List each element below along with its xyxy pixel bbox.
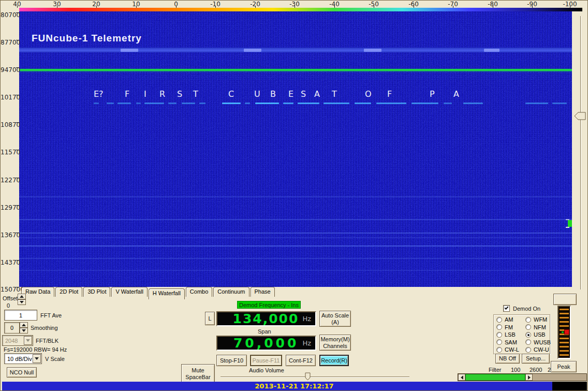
- mode-option-nfm[interactable]: NFM: [525, 324, 546, 330]
- demod-on-checkbox[interactable]: [503, 305, 510, 312]
- tab-v-waterfall[interactable]: V Waterfall: [111, 287, 147, 297]
- vertical-slider-thumb[interactable]: [574, 112, 586, 120]
- peak-button[interactable]: Peak: [551, 361, 577, 372]
- meter-tick: [560, 309, 569, 310]
- radio-icon[interactable]: [496, 317, 502, 323]
- radio-icon[interactable]: [525, 317, 531, 323]
- meter-tick: [560, 321, 569, 323]
- vscale-dropdown-icon[interactable]: [33, 354, 41, 363]
- smoothing-spinner[interactable]: [20, 322, 28, 334]
- fftblk-dropdown-icon[interactable]: [24, 336, 32, 345]
- meter-green-dot: [562, 331, 564, 333]
- lock-button[interactable]: L: [205, 312, 215, 325]
- time-axis-tick: [16, 178, 19, 178]
- stop-button[interactable]: Stop-F10: [216, 355, 247, 366]
- nb-off-button[interactable]: NB Off: [495, 354, 520, 364]
- audio-volume-thumb[interactable]: [305, 372, 311, 381]
- radio-icon[interactable]: [496, 332, 502, 338]
- morse-trace-segment: [355, 103, 371, 104]
- fftblk-combo[interactable]: 2048: [2, 335, 33, 346]
- mode-option-fm[interactable]: FM: [496, 324, 513, 330]
- audio-volume-track[interactable]: [220, 376, 409, 378]
- memory-line2: Channels: [323, 343, 347, 350]
- scrollbar-thumb[interactable]: [465, 374, 525, 381]
- smoothing-down-icon[interactable]: [20, 328, 28, 334]
- scroll-left-icon[interactable]: [458, 374, 465, 381]
- morse-trace-segment: [117, 103, 131, 104]
- time-axis-tick: [16, 12, 19, 13]
- radio-icon[interactable]: [496, 324, 502, 330]
- mute-button[interactable]: Mute SpaceBar: [181, 364, 215, 383]
- radio-icon[interactable]: [525, 324, 531, 330]
- vscale-combo[interactable]: 10 dB/Div: [4, 353, 42, 364]
- fftblk-label: FFT/BLK: [36, 338, 58, 344]
- signal-band-dash: [121, 49, 138, 52]
- demod-frequency-caption: Demod Frequency - Ins: [237, 301, 301, 309]
- cont-button[interactable]: Cont-F12: [286, 355, 316, 366]
- time-axis-tick: [16, 205, 19, 206]
- meter-red-indicator: [564, 329, 569, 335]
- mode-option-cw-u[interactable]: CW-U: [525, 346, 549, 353]
- memory-channels-button[interactable]: Memory(M) Channels: [319, 335, 351, 351]
- color-gradient-bar: [19, 8, 582, 11]
- offset-down-icon[interactable]: [18, 299, 26, 305]
- tab-continuum[interactable]: Continuum: [213, 287, 249, 297]
- mode-label: USB: [534, 331, 546, 338]
- smoothing-label: Smoothing: [31, 325, 58, 331]
- radio-icon[interactable]: [525, 339, 531, 345]
- mode-option-usb[interactable]: USB: [525, 331, 546, 338]
- offset-up-icon[interactable]: [18, 294, 26, 299]
- auto-scale-button[interactable]: Auto Scale (A): [319, 311, 351, 327]
- mute-line2: SpaceBar: [185, 374, 210, 381]
- record-button[interactable]: Record(R): [319, 355, 349, 366]
- filter-label: Filter: [489, 367, 501, 373]
- fft-ave-input[interactable]: 1: [4, 310, 37, 321]
- radio-icon[interactable]: [496, 347, 502, 353]
- offset-spinner[interactable]: [18, 294, 26, 305]
- demod-frequency-display[interactable]: 134,000 Hz: [216, 311, 316, 326]
- setup-button[interactable]: Setup...: [522, 354, 550, 364]
- morse-character: A: [314, 89, 320, 99]
- blank-button[interactable]: [553, 294, 577, 305]
- scroll-right-icon[interactable]: [525, 374, 533, 381]
- faint-signal-line: [19, 233, 572, 234]
- radio-icon[interactable]: [525, 347, 531, 353]
- mode-label: WFM: [534, 316, 547, 323]
- tab-3d-plot[interactable]: 3D Plot: [83, 287, 110, 297]
- tab-2d-plot[interactable]: 2D Plot: [55, 287, 82, 297]
- tab-raw-data[interactable]: Raw Data: [21, 287, 54, 297]
- radio-icon[interactable]: [496, 339, 502, 345]
- mode-option-wusb[interactable]: WUSB: [525, 339, 551, 345]
- signal-band-dash: [484, 49, 499, 52]
- radio-icon[interactable]: [525, 332, 531, 338]
- span-display[interactable]: 70,000 Hz: [216, 336, 316, 351]
- morse-trace-segment: [283, 103, 293, 104]
- scrollbar-track[interactable]: [533, 374, 586, 381]
- meter-tick: [560, 354, 569, 356]
- tab-phase[interactable]: Phase: [251, 287, 275, 297]
- mode-option-wfm[interactable]: WFM: [525, 316, 547, 323]
- smoothing-input[interactable]: 0: [4, 322, 20, 334]
- mode-label: WUSB: [534, 339, 551, 345]
- meter-tick: [560, 317, 569, 318]
- mode-option-lsb[interactable]: LSB: [496, 331, 516, 338]
- pause-button[interactable]: Pause-F11: [250, 355, 282, 366]
- horizontal-scrollbar[interactable]: [458, 373, 587, 381]
- tab-combo[interactable]: Combo: [186, 287, 212, 297]
- mode-option-cw-l[interactable]: CW-L: [496, 346, 519, 353]
- span-caption: Span: [258, 328, 271, 335]
- vertical-slider-track[interactable]: [580, 16, 581, 289]
- morse-character: S: [177, 89, 182, 99]
- morse-character: E?: [94, 89, 104, 99]
- tab-h-waterfall[interactable]: H Waterfall: [149, 288, 185, 299]
- offset-value: 0: [7, 302, 10, 309]
- time-axis-tick: [16, 287, 19, 287]
- signal-band-dash: [244, 49, 261, 52]
- nco-null-button[interactable]: NCO Null: [7, 367, 37, 378]
- waterfall-display[interactable]: FUNcube-1 Telemetry E?FIRSTCUBESATOFPA: [19, 11, 572, 287]
- span-unit: Hz: [302, 339, 311, 347]
- smoothing-up-icon[interactable]: [20, 322, 28, 328]
- mode-option-am[interactable]: AM: [496, 316, 513, 323]
- mode-option-sam[interactable]: SAM: [496, 339, 517, 345]
- morse-character: F: [387, 89, 392, 99]
